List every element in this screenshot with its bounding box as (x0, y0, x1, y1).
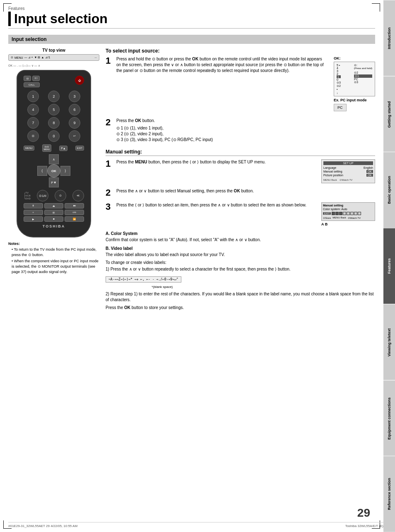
remote-btn-down[interactable]: P▼ (49, 177, 59, 187)
remote-btn-7[interactable]: 7 (27, 117, 39, 129)
manual-step-1-number: 1 (106, 159, 113, 168)
remote-btn-source-2[interactable]: ⊙ (55, 190, 66, 201)
remote-btn-p-up[interactable]: P▲ (59, 146, 67, 151)
left-column: TV top view ⊙ MENU — ⊿ + ▼ ⊞ ▲ ⊿/1 ··· O… (8, 48, 99, 310)
tab-introduction[interactable]: Introduction (383, 0, 395, 76)
manual-setting-screen: Manual setting Color system: Auto EXIT (321, 202, 375, 221)
remote-btn-stop[interactable]: ■ (44, 216, 64, 222)
manual-step-3-number: 3 (106, 202, 113, 211)
remote-btn-rewind[interactable]: ⏪ (65, 216, 84, 222)
change-step1: 1) Press the ∧ or ∨ button repeatedly to… (106, 266, 375, 272)
input-item-m2: ⊙2 (337, 84, 341, 88)
remote-btn-ov-exp[interactable]: ⊙/⊘ (65, 210, 84, 215)
input-r-items: ⊙2 ⊙1 PC ⊙3 (354, 71, 372, 84)
remote-btn-5[interactable]: 5 (48, 104, 60, 115)
color-system-label: Color system: Auto (323, 208, 373, 211)
remote-btn-4[interactable]: 4 (27, 104, 39, 115)
remote-btn-9[interactable]: 9 (69, 117, 80, 129)
remote-btn-source-3[interactable]: ≪ (72, 190, 84, 201)
remote-btn-power[interactable]: ⏻ (75, 76, 84, 85)
remote-label-tv: ┌TV (24, 192, 31, 194)
notes-section: Notes: • To return to the TV mode from t… (8, 242, 99, 274)
input-r-item4: ⊙3 (354, 81, 372, 84)
seg-7 (354, 212, 357, 215)
remote-btn-6[interactable]: 6 (69, 104, 80, 115)
step-1-content: Press and hold the ⊙ button or press the… (116, 56, 327, 74)
main-content: Features Input selection Input selection… (0, 0, 383, 316)
tab-basic-operation[interactable]: Basic operation (383, 152, 395, 228)
setup-menu-back: MENU Back (323, 179, 337, 181)
setup-manual-label: Manual setting (323, 170, 342, 173)
remote-btn-source-1[interactable]: ⊙1/II (37, 190, 48, 201)
setup-title: SET UP (323, 161, 373, 165)
setup-picture-label: Picture position (323, 174, 343, 177)
tv-bar-inner: ⊙ MENU — ⊿ + ▼ ⊞ ▲ ⊿/1 (11, 56, 50, 59)
manual-menu-back: MENU Back (332, 216, 346, 219)
tab-reference-section[interactable]: Reference section (383, 456, 395, 532)
tv-icon-vol: ▼ ⊞ ▲ (34, 56, 44, 59)
remote-btn-up[interactable]: ∧ (49, 154, 59, 164)
manual-step-1-content: Press the MENU button, then press the ⟨ … (116, 159, 315, 165)
manual-step-3-content: Press the ⟨ or ⟩ button to select an ite… (116, 202, 315, 208)
remote-btn-call[interactable]: CALL (24, 82, 40, 87)
remote-btn-3[interactable]: 3 (69, 91, 80, 102)
setup-language-value: English (364, 166, 373, 169)
manual-store: ⊙Store (323, 216, 331, 219)
video-label-title: B. Video label (106, 246, 375, 251)
notes-item-2: • When the component video input or PC i… (8, 259, 99, 274)
tv-top-bar: ⊙ MENU — ⊿ + ▼ ⊞ ▲ ⊿/1 ··· (8, 54, 99, 61)
remote-btn-recall[interactable]: ⊟ (27, 130, 39, 142)
remote-btn-0[interactable]: 0 (48, 130, 60, 142)
input-r-item1: ⊙2 (354, 71, 372, 74)
manual-step-1: 1 Press the MENU button, then press the … (106, 159, 375, 183)
remote-label-dvd: └DVD (24, 197, 31, 200)
pc-mode-display: PC (334, 104, 347, 111)
remote-btn-menu-icon[interactable]: ≡□ (32, 76, 40, 81)
setup-manual-value: OK (366, 170, 373, 173)
tv-icon-minus: — ⊿ + (24, 56, 33, 59)
remote-btn-skip-fwd[interactable]: ⏭ (65, 203, 84, 208)
toshiba-brand: TOSHIBA (24, 224, 84, 228)
setup-watch-tv: ⊙Watch TV (340, 179, 352, 181)
remote-btn-menu[interactable]: MENU (24, 146, 34, 151)
tv-label-menu: MENU (14, 56, 23, 59)
dpad-bottom-row: P▼ (39, 177, 69, 187)
video-label-intro: The video label allows you to label each… (106, 252, 375, 258)
remote-btn-left[interactable]: ⟨ (37, 166, 47, 176)
tab-equipment-connections[interactable]: Equipment connections (383, 380, 395, 456)
remote-btn-exit[interactable]: EXIT (75, 146, 84, 151)
remote-btn-input[interactable]: ↩ (69, 130, 80, 142)
press-hold-label: (Press and hold) (354, 67, 372, 69)
remote-control: ⊟ ≡□ CALL ⏻ 1 2 3 4 5 6 7 8 (17, 70, 91, 237)
remote-btn-ok[interactable]: OK (47, 164, 60, 177)
remote-btn-eject[interactable]: ⏏ (44, 203, 64, 208)
chars-row: ~A-→→Z→(←)→* →+ ←, ←- - →./←0-→9→↵° (106, 276, 181, 283)
prog-bar (332, 212, 361, 215)
remote-btn-2[interactable]: 2 (48, 91, 60, 102)
chars-note: *(blank space) (106, 285, 375, 289)
tab-features[interactable]: Features (383, 228, 395, 304)
input-list: 5 • 4 3 2 1 0 ⊙3 ⊙2 • (337, 64, 341, 91)
notes-title: Notes: (8, 242, 99, 246)
remote-btn-right[interactable]: ⟩ (60, 166, 70, 176)
input-r-item3: PC (354, 78, 372, 81)
remote-btn-play[interactable]: ▶ (24, 216, 43, 222)
change-intro: To change or create video labels: (106, 260, 375, 265)
remote-btn-teletext[interactable]: ⊞ (44, 210, 64, 215)
page-title: Input selection (8, 12, 375, 26)
remote-btn-1[interactable]: 1 (27, 91, 39, 102)
seg-1 (332, 212, 335, 215)
tab-getting-started[interactable]: Getting started (383, 76, 395, 152)
step-2-content: Press the OK button. ⊙ 1 (⊙ (1), video 1… (116, 118, 375, 143)
setup-row-picture: Picture position OK (323, 174, 373, 177)
remote-btn-tv-guide[interactable]: ⊟ (24, 76, 31, 81)
tab-viewing-teletext[interactable]: Viewing teletext (383, 304, 395, 380)
remote-btn-8[interactable]: 8 (48, 117, 60, 129)
setup-footer: MENU Back ⊙Watch TV (323, 178, 373, 181)
tv-bar-subtitle: OK — . — ⟨—⟩— ∨ — ∧ (8, 64, 99, 67)
seg-8 (358, 212, 361, 215)
remote-btn-subtitle[interactable]: ≡ (24, 210, 43, 215)
remote-btn-pause[interactable]: ⏸ (24, 203, 43, 208)
manual-step-2-number: 2 (106, 188, 113, 197)
remote-btn-dvd-menu[interactable]: DVDMENU (42, 144, 52, 152)
